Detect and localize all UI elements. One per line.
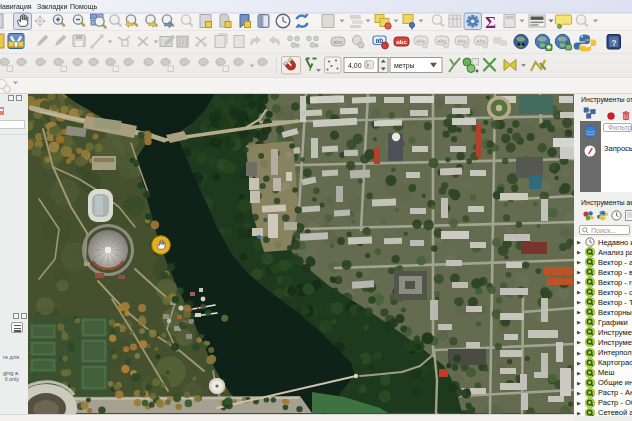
svg-text:Помощь: Помощь xyxy=(70,3,97,11)
svg-text:?: ? xyxy=(611,38,616,48)
svg-text:ab: ab xyxy=(376,37,384,44)
svg-text:Закладки: Закладки xyxy=(37,3,67,11)
svg-text:4,00: 4,00 xyxy=(348,62,362,69)
svg-text:метры: метры xyxy=(394,62,415,70)
svg-text:abc: abc xyxy=(396,38,407,45)
svg-text:×: × xyxy=(366,62,369,68)
svg-text:Σ: Σ xyxy=(485,13,496,32)
svg-text:abc: abc xyxy=(333,39,343,45)
svg-text:Навигация: Навигация xyxy=(0,3,32,11)
